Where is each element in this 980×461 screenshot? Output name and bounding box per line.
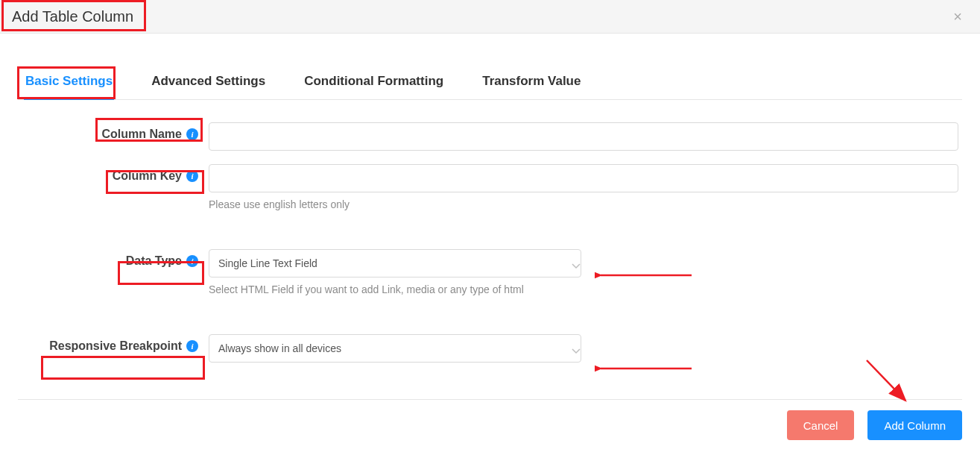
label-cell: Data Type i xyxy=(18,249,209,268)
field-cell: Please use english letters only xyxy=(209,164,962,210)
responsive-label: Responsive Breakpoint xyxy=(49,339,182,353)
cancel-button[interactable]: Cancel xyxy=(787,410,855,440)
annotation-arrow-icon xyxy=(595,361,696,379)
data-type-select[interactable]: Single Line Text Field xyxy=(209,249,581,277)
info-icon[interactable]: i xyxy=(186,128,198,140)
column-name-input[interactable] xyxy=(209,122,958,151)
row-column-key: Column Key i Please use english letters … xyxy=(18,164,962,210)
dialog-footer: Cancel Add Column xyxy=(18,399,962,440)
label-cell: Responsive Breakpoint i xyxy=(18,334,209,353)
tab-basic-settings[interactable]: Basic Settings xyxy=(24,66,114,100)
form-area: Column Name i Column Key i Please use en… xyxy=(18,100,962,363)
field-cell: Always show in all devices xyxy=(209,334,962,363)
info-icon[interactable]: i xyxy=(186,340,198,352)
data-type-helper: Select HTML Field if you want to add Lin… xyxy=(209,283,962,295)
info-icon[interactable]: i xyxy=(186,255,198,267)
tab-conditional-formatting[interactable]: Conditional Formatting xyxy=(303,66,445,100)
column-name-label: Column Name xyxy=(101,128,182,141)
dialog-content: Basic Settings Advanced Settings Conditi… xyxy=(0,34,980,363)
row-column-name: Column Name i xyxy=(18,122,962,151)
data-type-label: Data Type xyxy=(126,254,182,268)
responsive-value: Always show in all devices xyxy=(218,342,341,354)
tab-bar: Basic Settings Advanced Settings Conditi… xyxy=(18,66,962,100)
row-responsive-breakpoint: Responsive Breakpoint i Always show in a… xyxy=(18,334,962,363)
column-key-helper: Please use english letters only xyxy=(209,198,962,210)
field-cell xyxy=(209,122,962,151)
field-cell: Single Line Text Field Select HTML Field… xyxy=(209,249,962,295)
tab-transform-value[interactable]: Transform Value xyxy=(481,66,582,100)
add-column-button[interactable]: Add Column xyxy=(867,410,962,440)
dialog-title: Add Table Column xyxy=(12,8,133,25)
label-cell: Column Key i xyxy=(18,164,209,183)
responsive-select[interactable]: Always show in all devices xyxy=(209,334,581,363)
info-icon[interactable]: i xyxy=(186,170,198,182)
dialog-header: Add Table Column × xyxy=(0,0,980,34)
data-type-value: Single Line Text Field xyxy=(218,257,317,269)
column-key-label: Column Key xyxy=(113,169,182,183)
close-icon[interactable]: × xyxy=(947,6,968,27)
column-key-input[interactable] xyxy=(209,164,958,192)
label-cell: Column Name i xyxy=(18,122,209,141)
svg-line-2 xyxy=(867,360,905,401)
tab-advanced-settings[interactable]: Advanced Settings xyxy=(150,66,267,100)
row-data-type: Data Type i Single Line Text Field Selec… xyxy=(18,249,962,295)
